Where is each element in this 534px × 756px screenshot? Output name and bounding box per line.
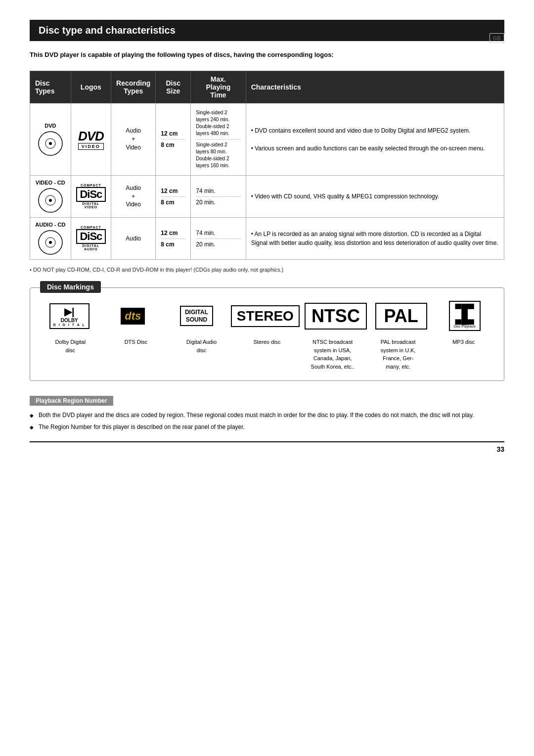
vcd-size-cell: 12 cm 8 cm [156, 176, 191, 218]
dolby-label: Dolby Digitaldisc [40, 338, 101, 354]
acd-type-cell: AUDIO - CD [30, 218, 71, 260]
disc-types-table: Disc Types Logos RecordingTypes Disc Siz… [30, 71, 504, 260]
digital-audio-label: Digital Audiodisc [171, 338, 232, 354]
dvd-disc-icon [38, 131, 63, 156]
region-bullet-1: Both the DVD player and the discs are co… [30, 411, 504, 420]
dvd-size-12: 12 cm [161, 128, 185, 140]
acd-disc-icon [38, 230, 63, 255]
mp3-item: ▀█▀▄█▄ Disc Playback [435, 301, 494, 331]
acd-type-label: AUDIO - CD [35, 222, 66, 228]
acd-size-8: 8 cm [161, 239, 185, 250]
disc-type-cell: DVD [30, 103, 71, 176]
dvd-logo-text: DVD [78, 129, 104, 143]
vcd-type-cell: VIDEO - CD [30, 176, 71, 218]
playback-region-header: Playback Region Number [30, 396, 113, 406]
col-header-max-playing: Max.PlayingTime [191, 71, 246, 103]
table-row: VIDEO - CD COMPACT DiSc DIGITAL VIDEO Au… [30, 176, 504, 218]
acd-recording-type: Audio [111, 218, 156, 260]
intro-text: This DVD player is capable of playing th… [30, 51, 504, 58]
table-row: AUDIO - CD COMPACT DiSc DIGITAL AUDIO Au… [30, 218, 504, 260]
disc-markings-section: Disc Markings ▶| DOLBY D I G I T A L dts… [30, 287, 504, 381]
digital-sound-item: DIGITALSOUND [167, 306, 226, 326]
vcd-logo: COMPACT DiSc DIGITAL VIDEO [76, 184, 106, 209]
region-bullets-list: Both the DVD player and the discs are co… [30, 411, 504, 431]
table-row: DVD DVD VIDEO Audio+Video 12 cm [30, 103, 504, 176]
vcd-size-8: 8 cm [161, 197, 185, 208]
dvd-characteristics: • DVD contains excellent sound and video… [246, 103, 504, 176]
mp3-logo: ▀█▀▄█▄ Disc Playback [449, 301, 481, 331]
dvd-logo: DVD VIDEO [78, 129, 104, 150]
dts-item: dts [104, 308, 163, 325]
svg-point-8 [49, 241, 52, 244]
vcd-recording-type: Audio+Video [111, 176, 156, 218]
col-header-characteristics: Characteristics [246, 71, 504, 103]
markings-labels-row: Dolby Digitaldisc DTS Disc Digital Audio… [40, 338, 494, 371]
svg-point-2 [49, 142, 52, 145]
playback-region-section: Playback Region Number Both the DVD play… [30, 396, 504, 431]
dolby-digital-logo: ▶| DOLBY D I G I T A L [49, 303, 89, 329]
stereo-item: STEREO [231, 305, 300, 327]
dts-label: DTS Disc [106, 338, 167, 346]
pal-item: PAL [372, 303, 431, 330]
dvd-recording-type: Audio+Video [111, 103, 156, 176]
vcd-time-cell: 74 min. 20 min. [191, 176, 246, 218]
acd-size-12: 12 cm [161, 228, 185, 239]
stereo-logo: STEREO [231, 305, 300, 327]
page-title: Disc type and characteristics [30, 20, 504, 41]
page-number: 33 [30, 441, 504, 453]
dvd-size-8: 8 cm [161, 140, 185, 150]
dvd-logo-cell: DVD VIDEO [71, 103, 111, 176]
col-header-recording-types: RecordingTypes [111, 71, 156, 103]
vcd-disc-icon [38, 188, 63, 213]
dvd-video-sub: VIDEO [78, 143, 104, 150]
ntsc-item: NTSC [305, 303, 367, 330]
col-header-disc-types: Disc Types [30, 71, 71, 103]
stereo-label: Stereo disc [237, 338, 298, 346]
ntsc-logo: NTSC [305, 303, 367, 330]
disc-markings-title: Disc Markings [40, 281, 101, 293]
pal-logo: PAL [375, 303, 427, 330]
svg-point-5 [49, 199, 52, 202]
acd-size-cell: 12 cm 8 cm [156, 218, 191, 260]
mp3-label: MP3 disc [433, 338, 494, 346]
dvd-size-cell: 12 cm 8 cm [156, 103, 191, 176]
gb-badge: GB [490, 33, 505, 43]
ntsc-label: NTSC broadcastsystem in USA,Canada, Japa… [302, 338, 363, 371]
dvd-time-cell: Single-sided 2 layers 240 min.Double-sid… [191, 103, 246, 176]
acd-logo: COMPACT DiSc DIGITAL AUDIO [76, 226, 106, 251]
vcd-characteristics: • Video with CD sound, VHS quality & MPE… [246, 176, 504, 218]
acd-characteristics: • An LP is recorded as an analog signal … [246, 218, 504, 260]
vcd-type-label: VIDEO - CD [35, 180, 66, 186]
vcd-size-12: 12 cm [161, 186, 185, 197]
disc-type-label: DVD [35, 123, 66, 129]
footnote: • DO NOT play CD-ROM, CD-I, CD-R and DVD… [30, 267, 504, 273]
acd-logo-cell: COMPACT DiSc DIGITAL AUDIO [71, 218, 111, 260]
dolby-digital-item: ▶| DOLBY D I G I T A L [40, 303, 99, 329]
col-header-logos: Logos [71, 71, 111, 103]
markings-logos-row: ▶| DOLBY D I G I T A L dts DIGITALSOUND … [40, 301, 494, 331]
acd-time-cell: 74 min. 20 min. [191, 218, 246, 260]
col-header-disc-size: Disc Size [156, 71, 191, 103]
dts-logo: dts [121, 308, 145, 325]
vcd-logo-cell: COMPACT DiSc DIGITAL VIDEO [71, 176, 111, 218]
pal-label: PAL broadcastsystem in U.K,France, Ger-m… [368, 338, 429, 371]
digital-sound-logo: DIGITALSOUND [180, 306, 213, 326]
region-bullet-2: The Region Number for this player is des… [30, 423, 504, 431]
